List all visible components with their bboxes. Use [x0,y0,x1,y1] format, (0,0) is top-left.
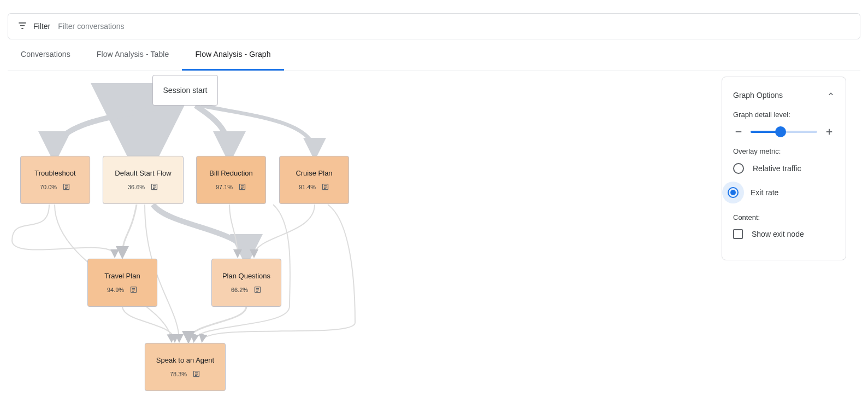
content-label: Content: [733,213,835,222]
node-troubleshoot[interactable]: Troubleshoot 70.0% [20,156,90,204]
node-title: Default Start Flow [115,169,171,177]
node-metric-row: 97.1% [216,183,246,191]
radio-icon [733,163,744,174]
chevron-up-icon[interactable] [827,90,835,100]
list-icon[interactable] [62,183,70,191]
detail-slider-row [733,126,835,137]
node-title: Cruise Plan [296,169,332,177]
node-metric: 97.1% [216,184,233,190]
node-title: Troubleshoot [34,169,75,177]
node-metric: 78.3% [170,371,187,377]
plus-icon[interactable] [824,126,835,137]
filter-bar: Filter [8,13,860,39]
tab-conversations[interactable]: Conversations [8,39,84,71]
node-metric-row: 70.0% [40,183,70,191]
tab-flow-table[interactable]: Flow Analysis - Table [84,39,182,71]
node-title: Bill Reduction [209,169,253,177]
checkbox-label: Show exit node [752,230,804,238]
minus-icon[interactable] [733,126,744,137]
checkbox-icon [733,229,743,239]
list-icon[interactable] [321,183,329,191]
node-metric: 70.0% [40,184,57,190]
tabs: Conversations Flow Analysis - Table Flow… [8,39,860,71]
node-session-start-label: Session start [163,86,208,95]
graph-area[interactable]: Session start Troubleshoot 70.0% Default… [0,71,868,407]
radio-label: Relative traffic [753,164,801,173]
overlay-metric-label: Overlay metric: [733,147,835,155]
node-speak-agent[interactable]: Speak to an Agent 78.3% [145,343,226,391]
node-travel-plan[interactable]: Travel Plan 94.9% [87,259,157,307]
options-header[interactable]: Graph Options [733,90,835,100]
filter-icon-wrap: Filter [17,20,50,33]
node-default-start[interactable]: Default Start Flow 36.6% [103,156,184,204]
node-metric-row: 78.3% [170,370,200,378]
filter-icon [17,20,28,33]
node-metric-row: 91.4% [299,183,329,191]
options-title: Graph Options [733,91,783,100]
list-icon[interactable] [238,183,246,191]
radio-label: Exit rate [751,188,778,197]
filter-input[interactable] [58,22,851,31]
node-title: Speak to an Agent [156,356,214,364]
graph-options-panel: Graph Options Graph detail level: Overla… [722,77,846,260]
node-metric-row: 94.9% [107,285,138,294]
radio-halo [722,182,744,203]
list-icon[interactable] [150,183,158,191]
list-icon[interactable] [129,285,138,294]
list-icon[interactable] [192,370,200,378]
tab-flow-graph[interactable]: Flow Analysis - Graph [182,39,284,71]
filter-label: Filter [33,22,50,31]
node-metric: 91.4% [299,184,316,190]
node-title: Travel Plan [104,272,140,280]
node-metric: 36.6% [128,184,145,190]
radio-icon [728,187,739,198]
node-metric: 94.9% [107,287,124,293]
detail-slider[interactable] [751,131,817,133]
checkbox-show-exit-node[interactable]: Show exit node [733,229,835,239]
radio-relative-traffic[interactable]: Relative traffic [733,163,835,174]
node-cruise-plan[interactable]: Cruise Plan 91.4% [279,156,349,204]
node-plan-questions[interactable]: Plan Questions 66.2% [211,259,281,307]
node-metric-row: 36.6% [128,183,158,191]
node-bill-reduction[interactable]: Bill Reduction 97.1% [196,156,266,204]
detail-level-label: Graph detail level: [733,110,835,119]
list-icon[interactable] [253,285,262,294]
node-metric: 66.2% [231,287,248,293]
radio-exit-rate[interactable]: Exit rate [728,182,835,203]
node-metric-row: 66.2% [231,285,262,294]
node-session-start[interactable]: Session start [152,75,218,106]
node-title: Plan Questions [222,272,270,280]
